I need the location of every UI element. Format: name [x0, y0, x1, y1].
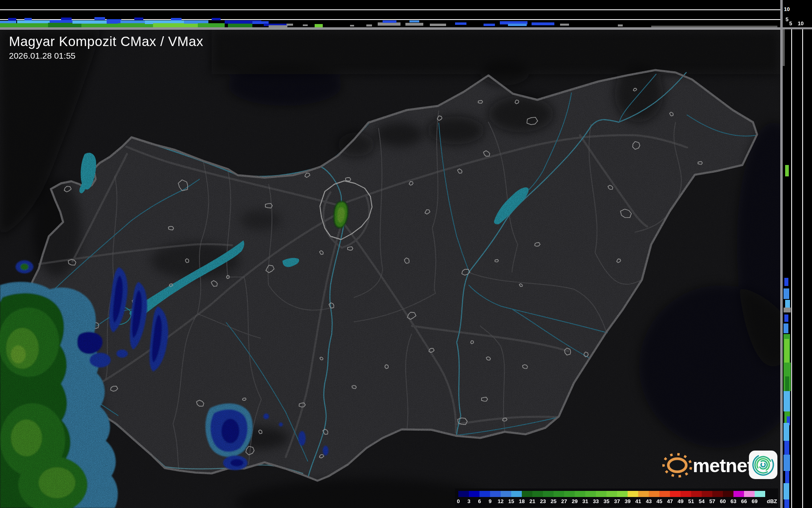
colorbar-cell-45	[659, 491, 670, 497]
colorbar-tick-21: 21	[530, 498, 535, 504]
top-profile-segment	[405, 23, 423, 26]
colorbar-tick-41: 41	[635, 498, 641, 504]
colorbar-tick-57: 57	[709, 498, 715, 504]
metnet-logo: metnet	[662, 448, 781, 483]
top-profile-segment	[50, 20, 72, 23]
top-axis-label-10: 10	[784, 7, 790, 12]
colorbar-cell-39	[628, 491, 638, 497]
colorbar-unit-label: dBZ	[767, 498, 777, 504]
top-profile-segment	[120, 20, 145, 23]
height-gridline-5km-vert	[791, 29, 792, 508]
top-profile-segment	[366, 24, 372, 26]
metnet-app-icon	[749, 451, 777, 479]
colorbar-cell-33	[596, 491, 606, 497]
right-profile-segment	[784, 288, 789, 299]
top-profile-segment	[0, 21, 16, 23]
colorbar-tick-63: 63	[731, 498, 736, 504]
top-profile-segment	[484, 24, 495, 26]
colorbar-tick-29: 29	[572, 498, 578, 504]
right-profile-segment	[784, 441, 789, 455]
colorbar-cell-69	[755, 491, 765, 497]
colorbar-cell-31	[585, 491, 596, 497]
top-profile-segment	[17, 20, 50, 23]
colorbar-cell-29	[575, 491, 585, 497]
right-profile-segment	[785, 376, 789, 393]
colorbar-cell-27	[564, 491, 575, 497]
colorbar-cell-0	[458, 491, 469, 497]
timestamp: 2026.01.28 01:55	[9, 51, 203, 61]
colorbar-cell-12	[501, 491, 511, 497]
colorbar-cell-43	[649, 491, 659, 497]
top-profile-segment	[532, 22, 554, 25]
right-profile-segment	[784, 391, 790, 411]
top-profile-segment	[455, 22, 466, 25]
colorbar-tick-31: 31	[582, 498, 588, 504]
colorbar-tick-45: 45	[657, 498, 662, 504]
colorbar-tick-37: 37	[614, 498, 620, 504]
colorbar-tick-60: 60	[720, 498, 726, 504]
right-profile-segment	[784, 455, 790, 471]
colorbar-tick-66: 66	[741, 498, 747, 504]
map-svg	[0, 29, 780, 508]
colorbar-cell-54	[702, 491, 712, 497]
colorbar-cells	[458, 491, 765, 497]
colorbar-tick-51: 51	[688, 498, 694, 504]
top-profile-panel	[0, 0, 780, 27]
page-title: Magyar Kompozit CMax / VMax	[9, 34, 203, 49]
top-profile-segment	[61, 18, 72, 20]
right-axis-label-5: 5	[789, 21, 792, 26]
colorbar-cell-60	[723, 491, 733, 497]
top-axis-label-5: 5	[786, 17, 788, 22]
top-profile-segment	[8, 18, 16, 21]
colorbar-tick-25: 25	[551, 498, 556, 504]
right-axis-label-10: 10	[798, 21, 803, 26]
height-gridline-10km	[0, 9, 780, 10]
colorbar-cell-23	[543, 491, 554, 497]
right-profile-segment	[785, 165, 789, 176]
top-profile-segment	[228, 24, 252, 27]
colorbar-tick-33: 33	[593, 498, 599, 504]
right-profile-segment	[784, 323, 788, 333]
colorbar-cell-21	[532, 491, 543, 497]
title-block: Magyar Kompozit CMax / VMax 2026.01.28 0…	[9, 34, 203, 61]
colorbar-cell-35	[606, 491, 617, 497]
top-profile-segment	[212, 18, 221, 20]
colorbar-cell-18	[522, 491, 532, 497]
logo-text: metnet	[693, 455, 753, 476]
top-profile-segment	[378, 22, 401, 26]
top-profile-segment	[350, 25, 354, 26]
top-profile-segment	[24, 18, 32, 20]
colorbar-tick-3: 3	[467, 498, 470, 504]
top-profile-segment	[383, 20, 396, 23]
dbz-colorbar: dBZ 036912151821232527293133353739414345…	[455, 488, 778, 507]
colorbar-cell-57	[712, 491, 723, 497]
right-profile-panel	[783, 29, 812, 508]
top-profile-segment	[198, 23, 225, 27]
height-gridline-10km-vert	[802, 29, 803, 508]
colorbar-tick-23: 23	[540, 498, 546, 504]
colorbar-tick-69: 69	[752, 498, 757, 504]
colorbar-tick-6: 6	[478, 498, 481, 504]
top-profile-segment	[0, 23, 48, 27]
radar-composite-screen: Magyar Kompozit CMax / VMax 2026.01.28 0…	[0, 0, 812, 508]
right-profile-segment	[784, 499, 789, 508]
colorbar-tick-9: 9	[488, 498, 491, 504]
top-profile-segment	[153, 23, 198, 27]
colorbar-tick-54: 54	[699, 498, 705, 504]
top-profile-segment	[81, 24, 118, 27]
colorbar-tick-43: 43	[646, 498, 652, 504]
colorbar-cell-66	[744, 491, 755, 497]
top-profile-segment	[134, 18, 143, 20]
colorbar-cell-37	[617, 491, 628, 497]
colorbar-tick-49: 49	[678, 498, 683, 504]
right-profile-segment	[784, 314, 788, 322]
right-profile-segment	[784, 423, 789, 441]
colorbar-tick-47: 47	[667, 498, 673, 504]
sun-icon	[662, 453, 693, 478]
colorbar-cell-6	[479, 491, 490, 497]
colorbar-tick-12: 12	[498, 498, 503, 504]
colorbar-cell-15	[511, 491, 522, 497]
colorbar-cell-41	[638, 491, 649, 497]
colorbar-tick-27: 27	[561, 498, 567, 504]
colorbar-tick-0: 0	[457, 498, 460, 504]
